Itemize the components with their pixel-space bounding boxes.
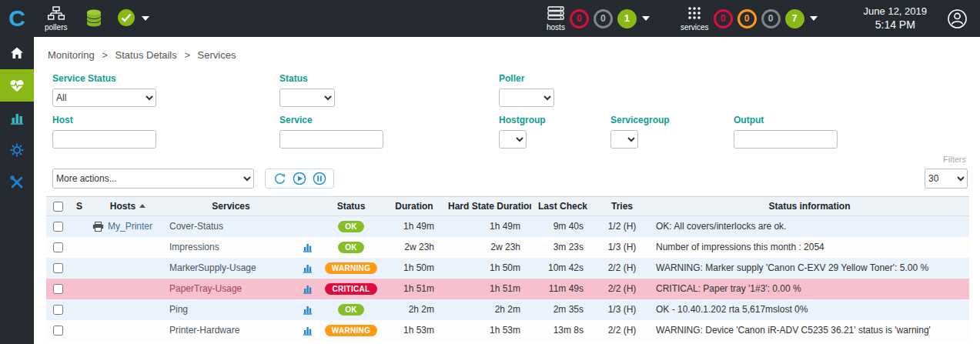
services-ok-badge[interactable]: 7 <box>785 9 804 28</box>
poller-select[interactable] <box>499 89 554 107</box>
service-graph-icon[interactable] <box>303 242 313 252</box>
bar-chart-icon <box>9 110 25 125</box>
sidebar-item-reporting[interactable] <box>0 102 34 134</box>
services-warning-badge[interactable]: 0 <box>738 9 757 28</box>
host-input[interactable] <box>52 130 156 149</box>
service-link[interactable]: Ping <box>169 304 188 315</box>
col-header-services[interactable]: Services <box>166 197 296 216</box>
services-status-group: services 0 0 0 7 <box>681 6 818 32</box>
table-row: Printer-Hardware WARNING 1h 53m 1h 53m 1… <box>46 320 969 341</box>
service-label: Service <box>279 115 499 125</box>
col-header-hard-state-duration[interactable]: Hard State Duration <box>445 197 531 216</box>
chevron-down-icon[interactable] <box>810 16 818 21</box>
output-input[interactable] <box>734 130 838 149</box>
col-header-s[interactable]: S <box>69 197 89 216</box>
service-graph-icon[interactable] <box>303 326 313 336</box>
chevron-down-icon[interactable] <box>642 16 650 21</box>
sidebar-item-administration[interactable] <box>0 166 34 199</box>
status-information-cell: OK: All covers/interlocks are ok. <box>650 216 969 237</box>
page-size-select[interactable]: 30 <box>925 169 968 189</box>
service-status-label: Service Status <box>52 73 279 84</box>
row-checkbox[interactable] <box>53 284 63 294</box>
table-row: PaperTray-Usage CRITICAL 1h 51m 1h 51m 1… <box>46 279 969 299</box>
refresh-button[interactable] <box>273 172 286 185</box>
row-checkbox[interactable] <box>53 222 63 232</box>
current-time: 5:14 PM <box>864 18 927 32</box>
hard-state-duration-cell: 1h 50m <box>445 258 531 279</box>
duration-cell: 1h 53m <box>383 320 445 341</box>
row-s-cell <box>69 237 89 258</box>
service-input[interactable] <box>279 130 383 149</box>
breadcrumb: Monitoring > Status Details > Services <box>48 49 969 61</box>
service-link[interactable]: PaperTray-Usage <box>169 283 242 294</box>
status-information-cell: WARNING: Marker supply 'Canon C-EXV 29 Y… <box>650 258 969 279</box>
poller-status-menu[interactable] <box>116 8 149 30</box>
sidebar-item-configuration[interactable] <box>0 134 34 166</box>
row-s-cell <box>69 299 89 320</box>
status-badge: OK <box>338 304 364 316</box>
more-actions-select[interactable]: More actions... <box>52 169 254 189</box>
status-select[interactable] <box>279 89 335 107</box>
sidebar-item-home[interactable] <box>0 37 34 69</box>
status-information-cell: CRITICAL: Paper tray '1#3': 0.00 % <box>650 279 969 299</box>
tries-cell: 1/3 (H) <box>594 299 650 320</box>
breadcrumb-separator: > <box>184 49 190 61</box>
row-checkbox[interactable] <box>53 305 63 315</box>
col-header-status[interactable]: Status <box>319 197 383 216</box>
service-link[interactable]: Cover-Status <box>169 221 223 232</box>
host-link[interactable]: My_Printer <box>108 221 152 232</box>
col-header-last-check[interactable]: Last Check <box>531 197 594 216</box>
row-checkbox[interactable] <box>53 242 63 252</box>
hosts-status-group: hosts 0 0 1 <box>547 6 650 32</box>
status-badge: WARNING <box>325 325 377 336</box>
sidebar-item-monitoring[interactable] <box>0 69 34 102</box>
centreon-logo-icon[interactable]: C <box>0 0 34 37</box>
servicegroup-select[interactable] <box>610 130 638 149</box>
row-checkbox[interactable] <box>53 263 63 273</box>
hosts-up-badge[interactable]: 1 <box>617 9 637 28</box>
col-header-hosts[interactable]: Hosts <box>89 197 166 216</box>
play-button[interactable] <box>293 172 306 185</box>
status-badge: WARNING <box>325 262 377 274</box>
hosts-menu[interactable]: hosts <box>547 6 565 32</box>
service-link[interactable]: Impressions <box>169 242 219 252</box>
service-link[interactable]: MarkerSupply-Usage <box>169 262 256 273</box>
hard-state-duration-cell: 2w 23h <box>445 237 531 258</box>
pollers-menu[interactable]: pollers <box>45 6 67 32</box>
service-status-select[interactable]: All <box>52 89 156 107</box>
breadcrumb-status-details[interactable]: Status Details <box>115 49 177 61</box>
breadcrumb-services[interactable]: Services <box>198 49 236 61</box>
hostgroup-select[interactable] <box>499 130 527 149</box>
services-icon <box>686 6 703 22</box>
services-unknown-badge[interactable]: 0 <box>761 9 781 28</box>
heart-pulse-icon <box>8 78 25 93</box>
pause-button[interactable] <box>313 172 326 185</box>
services-menu[interactable]: services <box>681 6 709 32</box>
table-header-row: S Hosts Services Status Duration Hard St… <box>46 197 969 216</box>
services-table: S Hosts Services Status Duration Hard St… <box>46 196 969 341</box>
services-critical-badge[interactable]: 0 <box>714 9 733 28</box>
breadcrumb-monitoring[interactable]: Monitoring <box>48 49 95 61</box>
topbar: C pollers <box>0 0 980 37</box>
hosts-down-badge[interactable]: 0 <box>570 9 589 28</box>
status-label: Status <box>279 73 499 84</box>
refresh-controls <box>265 169 334 189</box>
hosts-unreachable-badge[interactable]: 0 <box>594 9 613 28</box>
row-checkbox[interactable] <box>53 326 63 336</box>
duration-cell: 2w 23h <box>383 237 445 258</box>
user-menu[interactable] <box>947 8 968 29</box>
select-all-checkbox[interactable] <box>53 202 63 212</box>
database-status-icon[interactable] <box>85 8 102 28</box>
col-header-duration[interactable]: Duration <box>383 197 445 216</box>
tries-cell: 2/2 (H) <box>594 279 650 299</box>
row-s-cell <box>69 279 89 299</box>
service-graph-icon[interactable] <box>303 284 313 294</box>
service-graph-icon[interactable] <box>303 305 313 315</box>
service-link[interactable]: Printer-Hardware <box>169 325 239 336</box>
hosts-label: hosts <box>547 23 565 32</box>
col-header-tries[interactable]: Tries <box>594 197 650 216</box>
service-graph-icon[interactable] <box>303 263 313 273</box>
servicegroup-label: Servicegroup <box>610 115 734 125</box>
col-header-status-information[interactable]: Status information <box>650 197 969 216</box>
status-information-cell: Number of impressions this month : 2054 <box>650 237 969 258</box>
